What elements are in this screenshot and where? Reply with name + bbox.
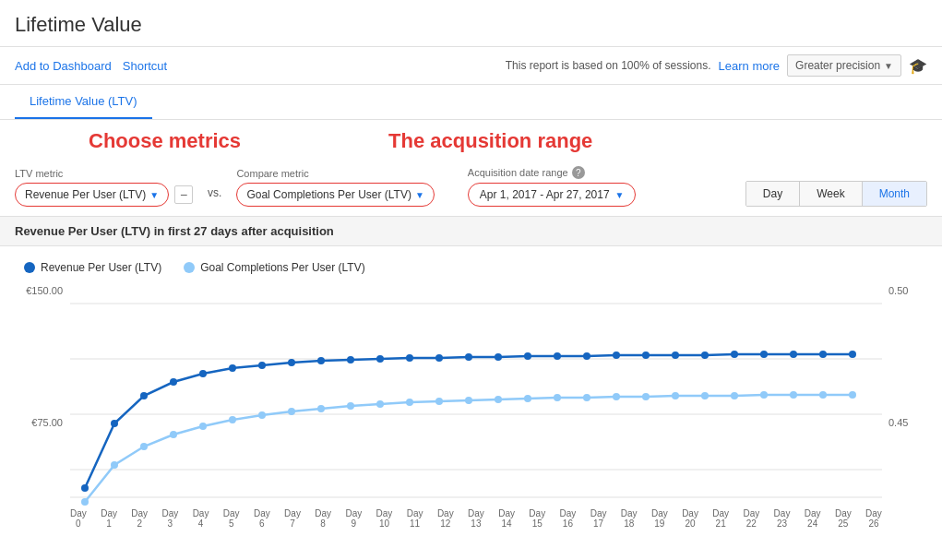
graduation-icon[interactable]: 🎓 xyxy=(909,57,927,75)
goal-line xyxy=(85,395,853,502)
x-label-18: Day18 xyxy=(621,508,638,529)
ltv-metric-label: LTV metric xyxy=(15,168,193,179)
ltv-metric-chevron-icon: ▼ xyxy=(149,190,159,200)
x-label-2: Day2 xyxy=(131,508,148,529)
svg-point-5 xyxy=(81,484,89,492)
shortcut-link[interactable]: Shortcut xyxy=(123,59,167,73)
svg-point-37 xyxy=(229,416,236,423)
learn-more-link[interactable]: Learn more xyxy=(719,59,780,73)
page-wrapper: Lifetime Value Add to Dashboard Shortcut… xyxy=(0,0,942,529)
svg-point-51 xyxy=(642,393,650,400)
choose-metrics-annotation: Choose metrics xyxy=(89,129,241,153)
chart-area: Revenue Per User (LTV) Goal Completions … xyxy=(0,246,942,529)
svg-point-35 xyxy=(170,431,177,438)
month-button[interactable]: Month xyxy=(863,182,926,206)
svg-point-32 xyxy=(81,498,89,506)
svg-point-16 xyxy=(406,354,413,362)
compare-metric-chevron-icon: ▼ xyxy=(415,190,424,200)
x-label-4: Day4 xyxy=(193,508,209,529)
svg-point-52 xyxy=(672,392,679,399)
legend-item-goal: Goal Completions Per User (LTV) xyxy=(184,261,365,274)
ltv-metric-select[interactable]: Revenue Per User (LTV) ▼ xyxy=(15,183,169,207)
svg-point-21 xyxy=(554,352,561,360)
tab-ltv[interactable]: Lifetime Value (LTV) xyxy=(15,85,152,119)
annotations-row: Choose metrics The acqusition range xyxy=(0,125,942,159)
week-button[interactable]: Week xyxy=(800,182,862,206)
svg-point-10 xyxy=(229,364,236,372)
report-info-text: This report is based on 100% of sessions… xyxy=(506,59,711,72)
precision-select[interactable]: Greater precision ▼ xyxy=(787,54,901,77)
x-axis: Day0 Day1 Day2 Day3 Day4 Day5 Day6 Day7 … xyxy=(70,506,882,529)
y-right-bottom: 0.45 xyxy=(888,417,927,428)
svg-point-22 xyxy=(583,352,590,360)
x-label-10: Day10 xyxy=(376,508,393,529)
x-label-20: Day20 xyxy=(682,508,698,529)
x-label-13: Day13 xyxy=(468,508,484,529)
x-label-7: Day7 xyxy=(284,508,301,529)
x-label-16: Day16 xyxy=(560,508,577,529)
svg-point-7 xyxy=(140,392,148,399)
x-label-26: Day26 xyxy=(865,508,882,529)
acquisition-date-group: Acquisition date range ? Apr 1, 2017 - A… xyxy=(468,166,637,207)
x-label-3: Day3 xyxy=(161,508,178,529)
svg-point-43 xyxy=(406,399,413,406)
toolbar: Add to Dashboard Shortcut This report is… xyxy=(0,47,942,85)
svg-point-48 xyxy=(554,394,561,401)
y-axis-right: 0.50 0.45 xyxy=(885,285,927,488)
page-title: Lifetime Value xyxy=(0,0,942,47)
svg-point-45 xyxy=(465,397,472,404)
help-icon[interactable]: ? xyxy=(572,166,585,179)
legend-label-goal: Goal Completions Per User (LTV) xyxy=(200,261,365,274)
day-button[interactable]: Day xyxy=(746,182,800,206)
svg-point-49 xyxy=(583,394,590,401)
svg-point-12 xyxy=(288,359,295,366)
date-range-select[interactable]: Apr 1, 2017 - Apr 27, 2017 ▼ xyxy=(468,183,637,207)
svg-point-58 xyxy=(849,391,856,399)
compare-metric-value: Goal Completions Per User (LTV) xyxy=(246,188,411,201)
svg-point-28 xyxy=(760,351,768,358)
controls-row: LTV metric Revenue Per User (LTV) ▼ − vs… xyxy=(0,159,942,216)
x-label-14: Day14 xyxy=(498,508,515,529)
svg-point-56 xyxy=(790,391,797,399)
svg-point-6 xyxy=(111,420,118,427)
add-to-dashboard-link[interactable]: Add to Dashboard xyxy=(15,59,112,73)
legend-label-revenue: Revenue Per User (LTV) xyxy=(41,261,161,274)
svg-point-8 xyxy=(170,378,177,386)
y-axis-left: €150.00 €75.00 xyxy=(15,285,68,488)
x-label-21: Day21 xyxy=(712,508,729,529)
svg-point-55 xyxy=(760,391,768,399)
y-right-top: 0.50 xyxy=(888,285,927,296)
x-label-23: Day23 xyxy=(774,508,791,529)
svg-point-18 xyxy=(465,353,472,361)
y-left-top: €150.00 xyxy=(15,285,63,296)
date-range-value: Apr 1, 2017 - Apr 27, 2017 xyxy=(480,188,610,201)
x-label-15: Day15 xyxy=(529,508,545,529)
compare-metric-select[interactable]: Goal Completions Per User (LTV) ▼ xyxy=(236,183,434,207)
x-label-22: Day22 xyxy=(743,508,759,529)
chart-svg xyxy=(70,285,882,506)
tab-bar: Lifetime Value (LTV) xyxy=(0,85,942,120)
svg-point-39 xyxy=(288,408,295,415)
x-label-8: Day8 xyxy=(315,508,331,529)
precision-chevron-icon: ▼ xyxy=(884,61,893,71)
svg-point-25 xyxy=(672,351,679,359)
ltv-metric-group: LTV metric Revenue Per User (LTV) ▼ − xyxy=(15,168,193,207)
remove-metric-button[interactable]: − xyxy=(174,185,193,204)
svg-point-9 xyxy=(199,370,207,377)
x-label-25: Day25 xyxy=(835,508,852,529)
svg-point-13 xyxy=(317,357,325,364)
svg-point-30 xyxy=(819,351,827,358)
time-period-buttons: Day Week Month xyxy=(745,181,927,207)
svg-point-29 xyxy=(790,351,797,358)
svg-point-38 xyxy=(258,411,266,419)
x-label-17: Day17 xyxy=(590,508,607,529)
chart-title-bar: Revenue Per User (LTV) in first 27 days … xyxy=(0,216,942,246)
vs-separator: vs. xyxy=(208,186,221,207)
x-label-12: Day12 xyxy=(437,508,454,529)
svg-point-44 xyxy=(435,398,443,405)
compare-metric-group: Compare metric Goal Completions Per User… xyxy=(236,168,434,207)
compare-metric-label: Compare metric xyxy=(236,168,434,179)
y-left-bottom: €75.00 xyxy=(15,417,63,428)
x-label-5: Day5 xyxy=(223,508,240,529)
svg-point-40 xyxy=(317,405,325,412)
